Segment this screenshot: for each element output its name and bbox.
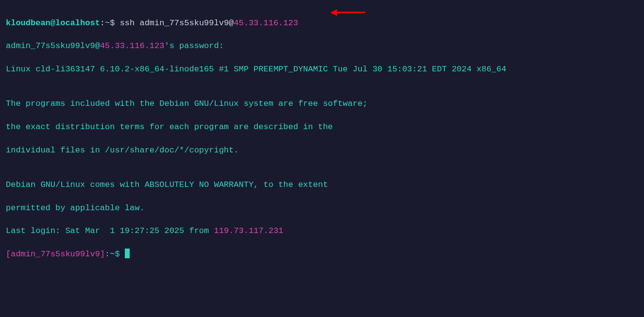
prompt-dollar: $ — [115, 250, 124, 259]
password-user: admin_77s5sku99lv9@ — [6, 41, 100, 50]
motd-line-4: Debian GNU/Linux comes with ABSOLUTELY N… — [6, 179, 638, 191]
password-text: 's password: — [164, 41, 223, 50]
prompt-line-1: kloudbean@localhost:~$ ssh admin_77s5sku… — [6, 17, 638, 29]
prompt-user: admin_77s5sku99lv9 — [11, 250, 100, 259]
cursor-icon — [125, 249, 130, 258]
terminal-output[interactable]: kloudbean@localhost:~$ ssh admin_77s5sku… — [6, 6, 638, 271]
last-login-ip: 119.73.117.231 — [214, 226, 283, 235]
ssh-command: ssh admin_77s5sku99lv9@ — [115, 18, 234, 28]
annotation-arrow-icon — [330, 7, 365, 18]
linux-version: Linux cld-li363147 6.10.2-x86_64-linode1… — [6, 64, 638, 75]
bracket-close: ] — [100, 250, 105, 259]
dollar: $ — [110, 18, 115, 28]
user-host: kloudbean@localhost — [6, 18, 100, 28]
last-login-text: Last login: Sat Mar 1 19:27:25 2025 from — [6, 226, 214, 235]
last-login-line: Last login: Sat Mar 1 19:27:25 2025 from… — [6, 225, 638, 237]
prompt-path: ~ — [110, 250, 115, 259]
path: ~ — [105, 18, 110, 28]
motd-line-1: The programs included with the Debian GN… — [6, 98, 638, 110]
motd-line-3: individual files in /usr/share/doc/*/cop… — [6, 145, 638, 156]
password-ip: 45.33.116.123 — [100, 41, 165, 50]
motd-line-5: permitted by applicable law. — [6, 202, 638, 214]
colon: : — [100, 18, 105, 28]
motd-line-2: the exact distribution terms for each pr… — [6, 121, 638, 133]
prompt-colon: : — [105, 250, 110, 259]
password-line: admin_77s5sku99lv9@45.33.116.123's passw… — [6, 40, 638, 52]
prompt-line-2[interactable]: [admin_77s5sku99lv9]:~$ — [6, 249, 638, 260]
ssh-ip: 45.33.116.123 — [234, 18, 298, 28]
bracket-open: [ — [6, 250, 11, 259]
